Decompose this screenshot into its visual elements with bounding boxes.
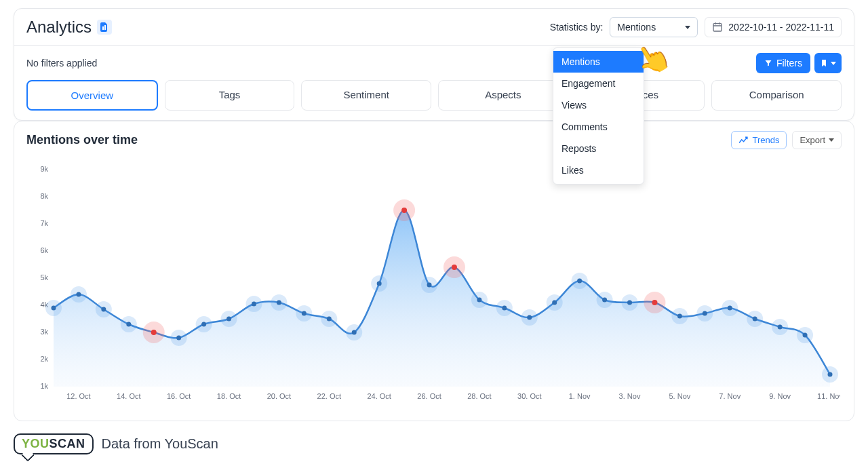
trends-button[interactable]: Trends: [731, 131, 787, 149]
svg-text:24. Oct: 24. Oct: [367, 392, 391, 400]
svg-point-57: [427, 283, 432, 288]
chart-header: Mentions over time Trends Export: [26, 131, 842, 149]
chart-card: Mentions over time Trends Export 1k2k3k4…: [14, 121, 854, 421]
filters-row: No filters applied Filters: [14, 46, 854, 80]
bookmark-dropdown-button[interactable]: [814, 53, 842, 73]
chevron-down-icon: [685, 26, 690, 29]
svg-point-65: [527, 315, 532, 320]
svg-point-49: [327, 317, 332, 322]
svg-text:26. Oct: 26. Oct: [417, 392, 441, 400]
chevron-down-icon: [831, 62, 836, 65]
analytics-panel: Analytics Statistics by: Mentions 2022-1…: [14, 8, 854, 121]
svg-point-43: [252, 302, 256, 307]
svg-point-47: [302, 311, 307, 316]
svg-text:9k: 9k: [40, 165, 48, 173]
svg-point-33: [126, 322, 131, 327]
svg-text:8k: 8k: [40, 192, 48, 200]
calendar-icon: [712, 22, 723, 33]
svg-point-67: [552, 300, 557, 305]
trends-label: Trends: [752, 135, 779, 145]
svg-point-69: [577, 279, 582, 284]
footer-text: Data from YouScan: [102, 436, 218, 452]
stats-by-label: Statistics by:: [550, 22, 604, 33]
document-icon[interactable]: [97, 20, 112, 35]
no-filters-text: No filters applied: [26, 58, 97, 69]
tab-aspects[interactable]: Aspects: [438, 80, 568, 111]
filter-icon: [764, 59, 772, 67]
mentions-line-chart[interactable]: 1k2k3k4k5k6k7k8k9k12. Oct14. Oct16. Oct1…: [26, 156, 840, 414]
svg-text:16. Oct: 16. Oct: [167, 392, 191, 400]
svg-point-81: [728, 306, 732, 311]
svg-point-39: [201, 322, 206, 327]
svg-point-79: [703, 311, 707, 316]
svg-text:2k: 2k: [40, 355, 48, 363]
svg-point-73: [627, 300, 632, 305]
svg-point-31: [101, 307, 106, 312]
svg-point-51: [352, 330, 357, 335]
youscan-logo: YOUSCAN: [14, 433, 94, 454]
svg-text:14. Oct: 14. Oct: [117, 392, 140, 400]
chart-area: 1k2k3k4k5k6k7k8k9k12. Oct14. Oct16. Oct1…: [26, 156, 842, 414]
svg-text:11. Nov: 11. Nov: [817, 392, 840, 400]
tab-sentiment[interactable]: Sentiment: [301, 80, 431, 111]
svg-point-37: [176, 336, 181, 341]
tab-comparison[interactable]: Comparison: [711, 80, 842, 111]
svg-text:7k: 7k: [40, 219, 48, 227]
svg-point-63: [502, 306, 507, 311]
tabs-row: OverviewTagsSentimentAspectsSourcesCompa…: [14, 80, 854, 120]
svg-text:5. Nov: 5. Nov: [669, 392, 690, 400]
date-range-text: 2022-10-11 - 2022-11-11: [728, 22, 834, 33]
svg-point-27: [52, 306, 56, 311]
bookmark-icon: [820, 58, 828, 68]
svg-text:6k: 6k: [40, 246, 48, 254]
svg-rect-0: [713, 24, 722, 31]
svg-point-85: [778, 325, 783, 330]
svg-point-77: [677, 314, 682, 319]
svg-text:1. Nov: 1. Nov: [569, 392, 591, 400]
svg-point-53: [377, 281, 382, 286]
chart-title: Mentions over time: [26, 133, 138, 147]
page-title: Analytics: [26, 18, 92, 37]
tab-overview[interactable]: Overview: [26, 80, 158, 111]
svg-point-61: [477, 298, 481, 303]
stats-by-dropdown: MentionsEngagementViewsCommentsRepostsLi…: [553, 47, 644, 185]
svg-point-41: [226, 317, 231, 322]
dropdown-item-engagement[interactable]: Engagement: [553, 73, 644, 94]
svg-text:5k: 5k: [40, 273, 48, 281]
filters-button-label: Filters: [776, 58, 802, 69]
svg-text:3k: 3k: [40, 328, 48, 336]
date-range-picker[interactable]: 2022-10-11 - 2022-11-11: [705, 17, 842, 37]
svg-point-55: [401, 208, 407, 213]
svg-text:30. Oct: 30. Oct: [517, 392, 541, 400]
filters-button[interactable]: Filters: [756, 53, 810, 73]
stats-by-select[interactable]: Mentions: [610, 17, 698, 37]
trends-icon: [738, 136, 748, 144]
svg-text:22. Oct: 22. Oct: [317, 392, 341, 400]
dropdown-item-reposts[interactable]: Reposts: [553, 138, 644, 159]
svg-point-71: [602, 298, 607, 303]
stats-by-value: Mentions: [617, 22, 656, 33]
svg-point-89: [828, 372, 833, 377]
svg-point-83: [753, 317, 757, 322]
svg-text:9. Nov: 9. Nov: [769, 392, 791, 400]
export-label: Export: [800, 135, 825, 145]
svg-point-35: [151, 330, 157, 335]
svg-point-29: [76, 292, 81, 297]
header-row: Analytics Statistics by: Mentions 2022-1…: [14, 9, 854, 45]
footer: YOUSCAN Data from YouScan: [14, 433, 854, 454]
chevron-down-icon: [829, 138, 834, 142]
svg-text:18. Oct: 18. Oct: [217, 392, 241, 400]
dropdown-item-views[interactable]: Views: [553, 94, 644, 116]
svg-text:12. Oct: 12. Oct: [66, 392, 90, 400]
tab-tags[interactable]: Tags: [165, 80, 295, 111]
svg-text:1k: 1k: [40, 382, 48, 390]
export-button[interactable]: Export: [792, 131, 842, 149]
svg-point-87: [803, 333, 808, 338]
svg-text:7. Nov: 7. Nov: [719, 392, 741, 400]
svg-text:28. Oct: 28. Oct: [467, 392, 491, 400]
svg-point-75: [652, 300, 657, 305]
dropdown-item-likes[interactable]: Likes: [553, 159, 644, 181]
svg-text:3. Nov: 3. Nov: [619, 392, 641, 400]
svg-point-45: [277, 300, 281, 305]
dropdown-item-comments[interactable]: Comments: [553, 116, 644, 138]
